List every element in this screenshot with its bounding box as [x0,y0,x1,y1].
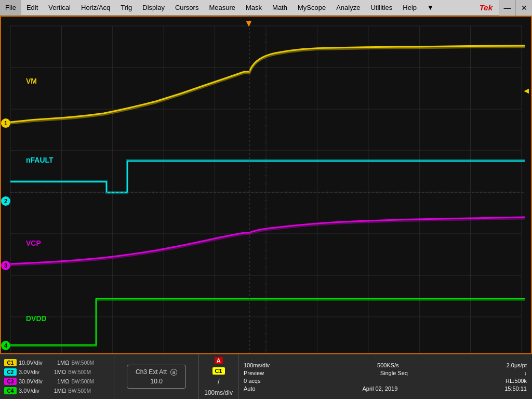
ch2-coupling: 1MΩ [54,369,66,375]
trigger-arrow: ▼ [244,18,254,29]
menu-vertical[interactable]: Vertical [43,0,76,15]
ext-att-label: Ch3 Ext Att a [136,368,177,376]
ch2-badge: C2 [4,368,17,376]
close-button[interactable]: ✕ [515,0,532,16]
ch4-bw: BW:500M [68,388,91,394]
ch2-marker: 2 [1,196,10,206]
acq-time: 15:50:11 [504,385,527,392]
acq-seq: Single Seq [264,370,524,376]
scope-display: VM nFAULT VCP DVDD 1 2 3 4 ◄ ▼ [0,16,532,369]
ch1-coupling: 1MΩ [57,360,70,366]
acq-mode: Preview [244,370,264,376]
ch4-status-row: C4 3.0V/div 1MΩ BW:500M [4,387,110,394]
grid-canvas [0,16,532,369]
menu-analyze[interactable]: Analyze [331,0,365,15]
menu-math[interactable]: Math [267,0,292,15]
menu-cursors[interactable]: Cursors [170,0,204,15]
ch3-scale: 30.0V/div [19,378,43,384]
ch4-scale: 3.0V/div [19,388,39,394]
trig-channel-badge: C1 [212,367,225,375]
ch2-scale: 3.0V/div [19,369,39,375]
menu-display[interactable]: Display [137,0,170,15]
acq-row-1: 100ms/div 500KS/s 2.0μs/pt [244,362,527,368]
acq-row-4: Auto April 02, 2019 15:50:11 [244,385,527,392]
menu-file[interactable]: File [0,0,21,15]
channel-info-section: C1 10.0V/div 1MΩ BW:500M C2 3.0V/div 1MΩ… [0,354,114,399]
menu-myscope[interactable]: MyScope [292,0,331,15]
menu-dropdown[interactable]: ▼ [422,0,439,15]
acq-row-2: Preview Single Seq ↓ [244,370,527,376]
acq-seq-arrow: ↓ [524,370,527,376]
ext-att-value: 10.0 [150,378,162,385]
menu-trig[interactable]: Trig [115,0,137,15]
acq-row-3: 0 acqs RL:500k [244,378,527,384]
acq-date: April 02, 2019 [362,385,397,392]
trig-level: 100ms/div [204,389,233,396]
minimize-button[interactable]: — [499,0,515,16]
menubar: File Edit Vertical Horiz/Acq Trig Displa… [0,0,532,16]
ch3-coupling: 1MΩ [57,378,70,384]
acquisition-section: 100ms/div 500KS/s 2.0μs/pt Preview Singl… [238,354,532,399]
acq-count: 0 acqs [244,378,260,384]
ext-att-box[interactable]: Ch3 Ext Att a 10.0 [127,365,186,389]
menu-measure[interactable]: Measure [204,0,241,15]
ext-att-section: Ch3 Ext Att a 10.0 [114,354,199,399]
menu-mask[interactable]: Mask [241,0,267,15]
ch3-marker: 3 [1,261,10,270]
ch4-coupling: 1MΩ [54,388,66,394]
acq-timebase: 100ms/div [244,362,270,368]
menu-edit[interactable]: Edit [21,0,43,15]
trig-mode-badge: A [215,357,223,364]
ch1-bw: BW:500M [71,360,94,366]
ch1-right-marker: ◄ [522,86,530,96]
statusbar: C1 10.0V/div 1MΩ BW:500M C2 3.0V/div 1MΩ… [0,353,532,399]
ch1-status-row: C1 10.0V/div 1MΩ BW:500M [4,359,110,366]
ch1-badge: C1 [4,359,17,366]
acq-ptrate: 2.0μs/pt [507,362,527,368]
ch1-scale: 10.0V/div [19,360,43,366]
ch4-marker: 4 [1,341,10,350]
trigger-section: A C1 / 100ms/div [199,354,238,399]
acq-rl: RL:500k [506,378,527,384]
ext-att-symbol: a [170,369,178,376]
ch3-badge: C3 [4,378,17,385]
ch2-status-row: C2 3.0V/div 1MΩ BW:500M [4,368,110,376]
menu-horiz-acq[interactable]: Horiz/Acq [76,0,115,15]
brand-logo: Tek [473,3,499,12]
ch3-status-row: C3 30.0V/div 1MΩ BW:500M [4,378,110,385]
ch3-bw: BW:500M [71,379,94,384]
acq-trigger: Auto [244,385,256,392]
menu-utilities[interactable]: Utilities [365,0,397,15]
menu-help[interactable]: Help [397,0,422,15]
ch2-bw: BW:500M [68,369,91,375]
trig-slope-icon: / [218,378,220,386]
acq-samplerate: 500KS/s [377,362,399,368]
ch4-badge: C4 [4,387,17,394]
ch1-marker: 1 [1,118,10,128]
